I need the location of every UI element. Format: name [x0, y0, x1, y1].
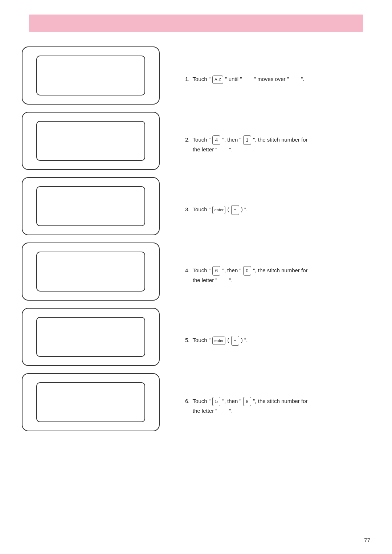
inner-screen-4: [36, 252, 145, 292]
main-content: 1. Touch " A-Z " until " " moves over " …: [22, 46, 370, 439]
page-number: 77: [364, 537, 370, 543]
screen-box-3: [22, 177, 160, 235]
inner-screen-1: [36, 56, 145, 95]
screen-box-5: [22, 308, 160, 366]
key-enter-1: enter: [212, 206, 225, 214]
step-2: 2. Touch " 4 ", then " 1 ", the stitch n…: [185, 112, 370, 177]
left-column: [22, 46, 174, 439]
key-0: 0: [243, 266, 251, 276]
step-6: 6. Touch " 5 ", then " 8 ", the stitch n…: [185, 373, 370, 439]
key-1: 1: [243, 135, 251, 145]
inner-screen-6: [36, 382, 145, 422]
key-5: 5: [212, 397, 220, 406]
screen-box-4: [22, 243, 160, 301]
key-enter-2: enter: [212, 337, 225, 345]
step-3-text: 3. Touch " enter ( + ) ".: [185, 205, 248, 215]
right-column: 1. Touch " A-Z " until " " moves over " …: [174, 46, 370, 439]
step-2-text: 2. Touch " 4 ", then " 1 ", the stitch n…: [185, 135, 308, 154]
pink-banner: [29, 15, 363, 32]
screen-box-6: [22, 373, 160, 431]
key-6: 6: [212, 266, 220, 276]
inner-screen-3: [36, 186, 145, 226]
key-4: 4: [212, 135, 220, 145]
step-5: 5. Touch " enter ( + ) ".: [185, 308, 370, 373]
inner-screen-5: [36, 317, 145, 357]
inner-screen-2: [36, 121, 145, 161]
step-3: 3. Touch " enter ( + ) ".: [185, 177, 370, 243]
screen-box-1: [22, 46, 160, 105]
screen-box-2: [22, 112, 160, 170]
key-plus-2: +: [231, 336, 239, 345]
key-plus-1: +: [231, 205, 239, 215]
step-6-text: 6. Touch " 5 ", then " 8 ", the stitch n…: [185, 396, 308, 416]
step-4-text: 4. Touch " 6 ", then " 0 ", the stitch n…: [185, 266, 308, 285]
step-1-text: 1. Touch " A-Z " until " " moves over " …: [185, 74, 304, 84]
key-8: 8: [243, 397, 251, 406]
step-5-text: 5. Touch " enter ( + ) ".: [185, 335, 248, 345]
step-1: 1. Touch " A-Z " until " " moves over " …: [185, 46, 370, 112]
key-az: A-Z: [212, 76, 223, 84]
step-4: 4. Touch " 6 ", then " 0 ", the stitch n…: [185, 243, 370, 308]
